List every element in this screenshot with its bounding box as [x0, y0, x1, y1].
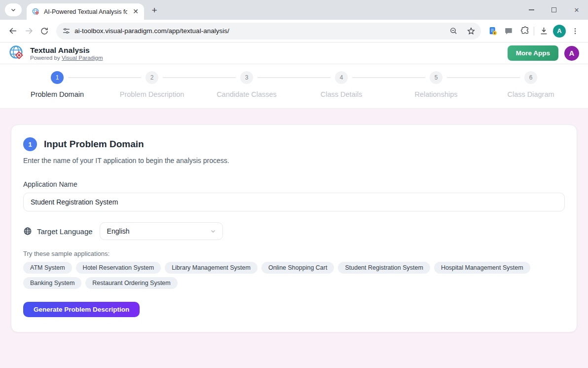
zoom-indicator-button[interactable] [446, 24, 460, 38]
step-connector [68, 77, 105, 78]
app-profile-avatar[interactable]: A [564, 46, 579, 61]
browser-menu-button[interactable] [567, 23, 583, 39]
step-connector [483, 77, 520, 78]
app-title: Textual Analysis [30, 46, 103, 55]
forward-arrow-icon [24, 26, 34, 36]
sample-chip[interactable]: Banking System [23, 277, 81, 289]
chevron-down-icon [210, 228, 217, 235]
application-name-input[interactable] [23, 193, 565, 211]
step-connector [294, 77, 331, 78]
problem-domain-card: 1 Input Problem Domain Enter the name of… [11, 124, 577, 332]
reload-button[interactable] [37, 23, 52, 39]
visual-paradigm-link[interactable]: Visual Paradigm [62, 55, 103, 61]
app-header: Textual Analysis Powered by Visual Parad… [0, 42, 588, 64]
puzzle-icon [520, 26, 529, 36]
browser-tab-strip: AI-Powered Textual Analysis for ✕ + ✕ [0, 0, 588, 20]
stepper-step-5[interactable]: 5Relationships [389, 71, 483, 98]
target-language-select[interactable]: English [100, 222, 223, 240]
window-close-button[interactable]: ✕ [565, 0, 588, 20]
sample-chip[interactable]: Hotel Reservation System [76, 262, 161, 274]
step-connector [352, 77, 389, 78]
forward-button[interactable] [21, 23, 37, 39]
window-controls: ✕ [520, 0, 588, 20]
step-number: 4 [335, 71, 348, 84]
toolbar-divider [534, 27, 534, 36]
kebab-menu-icon [571, 27, 579, 35]
step-badge: 1 [23, 137, 37, 151]
bookmark-star-button[interactable] [464, 24, 478, 38]
star-icon [467, 27, 476, 36]
app-logo-icon [9, 45, 25, 61]
stepper-step-4[interactable]: 4Class Details [294, 71, 389, 98]
stepper: 1Problem Domain2Problem Description3Cand… [0, 64, 588, 109]
page-content: 1 Input Problem Domain Enter the name of… [0, 109, 588, 368]
window-maximize-button[interactable] [543, 0, 565, 20]
chevron-down-icon [10, 7, 16, 13]
step-connector [199, 77, 236, 78]
stepper-step-3[interactable]: 3Candidate Classes [199, 71, 294, 98]
step-label: Class Details [294, 90, 389, 98]
step-label: Candidate Classes [199, 90, 294, 98]
stepper-step-1[interactable]: 1Problem Domain [10, 71, 105, 98]
step-connector [163, 77, 199, 78]
globe-icon [23, 227, 32, 236]
sample-chips: ATM SystemHotel Reservation SystemLibrar… [23, 262, 565, 289]
tab-close-icon[interactable]: ✕ [131, 7, 140, 16]
comment-icon [504, 27, 513, 36]
sample-chip[interactable]: Student Registration System [338, 262, 430, 274]
download-icon [539, 26, 549, 36]
tab-title: AI-Powered Textual Analysis for [44, 8, 127, 15]
brand: Textual Analysis Powered by Visual Parad… [9, 45, 103, 61]
tab-search-button[interactable] [5, 3, 22, 16]
sample-chip[interactable]: ATM System [23, 262, 72, 274]
downloads-button[interactable] [536, 23, 551, 39]
application-name-label: Application Name [23, 180, 565, 188]
step-number: 1 [51, 71, 64, 84]
reload-icon [40, 27, 49, 36]
site-favicon-icon [32, 8, 40, 16]
stepper-step-2[interactable]: 2Problem Description [105, 71, 199, 98]
step-connector [389, 77, 425, 78]
step-number: 6 [524, 71, 537, 84]
extensions-button[interactable] [516, 23, 532, 39]
step-connector [447, 77, 483, 78]
powered-by: Powered by Visual Paradigm [30, 55, 103, 61]
browser-toolbar: ai-toolbox.visual-paradigm.com/app/textu… [0, 20, 588, 42]
sample-chip[interactable]: Restaurant Ordering System [85, 277, 177, 289]
url-bar[interactable]: ai-toolbox.visual-paradigm.com/app/textu… [56, 23, 481, 40]
step-number: 5 [430, 71, 442, 84]
card-title: Input Problem Domain [44, 139, 144, 150]
site-info-icon[interactable] [62, 27, 71, 35]
new-tab-button[interactable]: + [148, 4, 161, 17]
step-label: Problem Description [105, 90, 199, 98]
more-apps-button[interactable]: More Apps [508, 45, 558, 61]
browser-profile-avatar[interactable]: A [553, 25, 566, 38]
powered-by-text: Powered by [30, 55, 60, 61]
sample-chip[interactable]: Library Management System [165, 262, 257, 274]
step-label: Relationships [389, 90, 483, 98]
zoom-out-icon [449, 27, 458, 35]
step-connector [257, 77, 294, 78]
step-number: 3 [240, 71, 253, 84]
extension-comment-button[interactable] [501, 23, 516, 39]
step-label: Problem Domain [10, 90, 105, 98]
back-arrow-icon [8, 26, 18, 36]
url-text[interactable]: ai-toolbox.visual-paradigm.com/app/textu… [74, 27, 442, 35]
stepper-step-6[interactable]: 6Class Diagram [483, 71, 578, 98]
samples-caption: Try these sample applications: [23, 250, 565, 257]
extension-doc-download-button[interactable] [485, 23, 501, 39]
sample-chip[interactable]: Hospital Management System [434, 262, 530, 274]
target-language-value: English [107, 227, 130, 235]
step-label: Class Diagram [483, 90, 578, 98]
doc-download-icon [488, 26, 498, 36]
target-language-label: Target Language [37, 227, 93, 236]
generate-problem-description-button[interactable]: Generate Problem Description [23, 302, 140, 317]
sample-chip[interactable]: Online Shopping Cart [261, 262, 334, 274]
card-subtitle: Enter the name of your IT application to… [23, 157, 565, 164]
window-minimize-button[interactable] [520, 0, 543, 20]
step-connector [105, 77, 141, 78]
back-button[interactable] [5, 23, 21, 39]
browser-tab[interactable]: AI-Powered Textual Analysis for ✕ [27, 3, 144, 20]
step-number: 2 [146, 71, 158, 84]
